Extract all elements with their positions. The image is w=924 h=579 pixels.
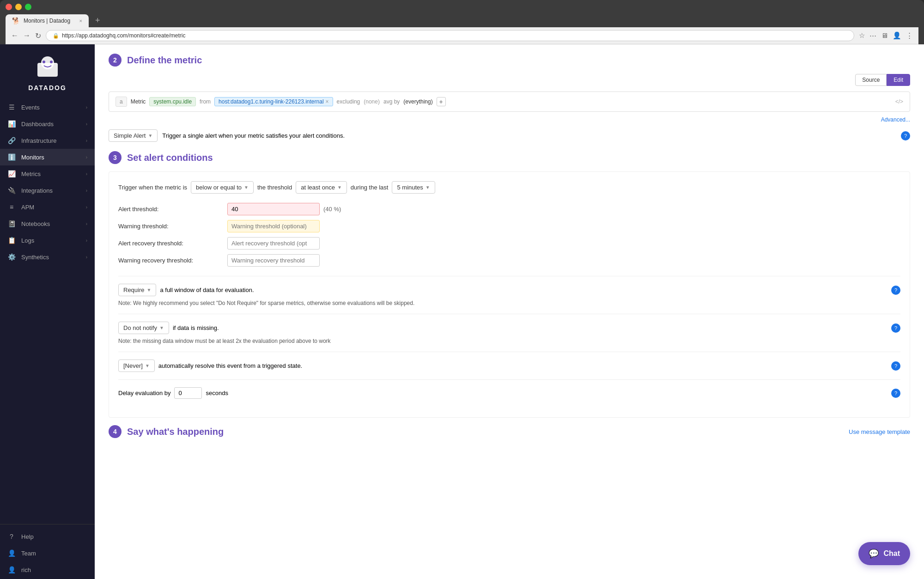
- data-window-help[interactable]: ?: [891, 286, 900, 295]
- sidebar-item-dashboards[interactable]: 📊 Dashboards ›: [0, 116, 95, 132]
- chat-icon: 💬: [869, 549, 879, 559]
- sidebar-item-label: Help: [21, 533, 34, 540]
- url-bar[interactable]: 🔒 https://app.datadoghq.com/monitors#cre…: [46, 30, 854, 41]
- menu-icon[interactable]: ⋮: [906, 31, 913, 40]
- warning-recovery-label: Warning recovery threshold:: [118, 254, 220, 267]
- chevron-icon: ›: [86, 221, 87, 226]
- sidebar-item-infrastructure[interactable]: 🔗 Infrastructure ›: [0, 132, 95, 149]
- sidebar-item-team[interactable]: 👤 Team: [0, 545, 95, 561]
- require-arrow: ▼: [147, 287, 152, 293]
- code-icon[interactable]: </>: [895, 98, 903, 105]
- sidebar-item-label: rich: [21, 567, 31, 573]
- data-window-suffix: a full window of data for evaluation.: [160, 286, 254, 293]
- source-button[interactable]: Source: [855, 74, 887, 86]
- time-arrow: ▼: [426, 185, 430, 190]
- sidebar-item-label: Team: [21, 550, 36, 557]
- bookmark-icon[interactable]: ☆: [859, 31, 865, 40]
- alert-threshold-input[interactable]: [227, 203, 320, 215]
- simple-alert-help[interactable]: ?: [901, 131, 910, 140]
- host-remove-button[interactable]: ×: [326, 98, 329, 105]
- tab-close-button[interactable]: ×: [79, 18, 82, 24]
- missing-data-dropdown[interactable]: Do not notify ▼: [118, 322, 169, 334]
- sidebar-item-apm[interactable]: ≡ APM ›: [0, 199, 95, 215]
- divider-4: [118, 379, 900, 380]
- alert-recovery-input[interactable]: [227, 237, 320, 250]
- dashboards-icon: 📊: [7, 120, 16, 128]
- avgby-label: avg by: [383, 98, 400, 105]
- avgby-value[interactable]: (everything): [403, 98, 432, 105]
- frequency-arrow: ▼: [337, 185, 342, 190]
- step2-header: 2 Define the metric: [109, 54, 910, 67]
- traffic-light-yellow[interactable]: [15, 4, 22, 10]
- alert-recovery-label: Alert recovery threshold:: [118, 237, 220, 250]
- sidebar-item-help[interactable]: ? Help: [0, 528, 95, 545]
- auto-resolve-help[interactable]: ?: [891, 361, 900, 371]
- metric-definition-row: a Metric system.cpu.idle from host:datad…: [109, 91, 910, 112]
- time-dropdown[interactable]: 5 minutes ▼: [392, 181, 435, 194]
- sidebar-item-label: Dashboards: [21, 121, 54, 128]
- traffic-light-red[interactable]: [6, 4, 12, 10]
- delay-help[interactable]: ?: [891, 389, 900, 398]
- extensions-icon[interactable]: ⋯: [869, 31, 876, 40]
- metric-name[interactable]: system.cpu.idle: [149, 97, 196, 106]
- step2-title: Define the metric: [127, 55, 202, 66]
- cast-icon[interactable]: 🖥: [881, 31, 888, 40]
- warning-recovery-wrap: [227, 254, 900, 267]
- step3-badge: 3: [109, 151, 122, 164]
- profile-icon[interactable]: 👤: [893, 31, 901, 40]
- forward-button[interactable]: →: [23, 31, 30, 40]
- sidebar-item-notebooks[interactable]: 📓 Notebooks ›: [0, 215, 95, 232]
- advanced-link[interactable]: Advanced...: [109, 116, 910, 123]
- add-avgby-button[interactable]: +: [437, 97, 446, 106]
- require-dropdown[interactable]: Require ▼: [118, 284, 156, 296]
- auto-resolve-dropdown[interactable]: [Never] ▼: [118, 360, 155, 372]
- synthetics-icon: ⚙️: [7, 253, 16, 261]
- step4-header: 4 Say what's happening Use message templ…: [109, 425, 910, 438]
- sidebar-item-synthetics[interactable]: ⚙️ Synthetics ›: [0, 249, 95, 265]
- help-icon: ?: [7, 533, 16, 540]
- chevron-icon: ›: [86, 171, 87, 177]
- simple-alert-label: Simple Alert: [114, 132, 146, 139]
- main-content: 2 Define the metric Source Edit a Metric…: [95, 44, 924, 579]
- new-tab-button[interactable]: +: [91, 14, 104, 27]
- warning-threshold-input[interactable]: [227, 220, 320, 232]
- frequency-dropdown[interactable]: at least once ▼: [296, 181, 347, 194]
- source-edit-bar: Source Edit: [109, 74, 910, 86]
- browser-tab[interactable]: 🐕 Monitors | Datadog ×: [6, 14, 89, 27]
- chevron-icon: ›: [86, 188, 87, 193]
- warning-recovery-input[interactable]: [227, 254, 320, 267]
- events-icon: ☰: [7, 104, 16, 111]
- sidebar-item-monitors[interactable]: ℹ️ Monitors ›: [0, 149, 95, 165]
- threshold-grid: Alert threshold: (40 %) Warning threshol…: [118, 203, 900, 267]
- host-filter[interactable]: host:datadog1.c.turing-link-226123.inter…: [214, 97, 333, 106]
- chat-bubble[interactable]: 💬 Chat: [858, 542, 910, 565]
- trigger-row: Trigger when the metric is below or equa…: [118, 181, 900, 194]
- auto-resolve-row: [Never] ▼ automatically resolve this eve…: [118, 360, 900, 372]
- use-template-link[interactable]: Use message template: [849, 428, 910, 435]
- logo-text: DATADOG: [28, 84, 67, 91]
- sidebar-logo: DATADOG: [0, 44, 95, 99]
- threshold-label: the threshold: [257, 184, 292, 191]
- edit-button[interactable]: Edit: [887, 74, 910, 86]
- sidebar-item-events[interactable]: ☰ Events ›: [0, 99, 95, 116]
- refresh-button[interactable]: ↻: [35, 31, 41, 40]
- missing-data-arrow: ▼: [159, 325, 164, 330]
- metric-a-label: a: [116, 97, 127, 107]
- sidebar-item-logs[interactable]: 📋 Logs ›: [0, 232, 95, 249]
- missing-data-help[interactable]: ?: [891, 323, 900, 333]
- sidebar-item-metrics[interactable]: 📈 Metrics ›: [0, 165, 95, 182]
- lock-icon: 🔒: [53, 33, 59, 39]
- excluding-value[interactable]: (none): [364, 98, 380, 105]
- sidebar-item-rich[interactable]: 👤 rich: [0, 561, 95, 578]
- simple-alert-dropdown[interactable]: Simple Alert ▼: [109, 129, 158, 142]
- sidebar-item-integrations[interactable]: 🔌 Integrations ›: [0, 182, 95, 199]
- back-button[interactable]: ←: [11, 31, 18, 40]
- condition-dropdown[interactable]: below or equal to ▼: [191, 181, 254, 194]
- sidebar-nav: ☰ Events › 📊 Dashboards › 🔗 Infrastructu…: [0, 99, 95, 524]
- sidebar-item-label: Notebooks: [21, 220, 50, 227]
- delay-input[interactable]: [174, 387, 202, 399]
- divider-2: [118, 314, 900, 314]
- traffic-light-green[interactable]: [25, 4, 31, 10]
- tab-icon: 🐕: [12, 17, 20, 24]
- address-bar: ← → ↻ 🔒 https://app.datadoghq.com/monito…: [6, 27, 918, 44]
